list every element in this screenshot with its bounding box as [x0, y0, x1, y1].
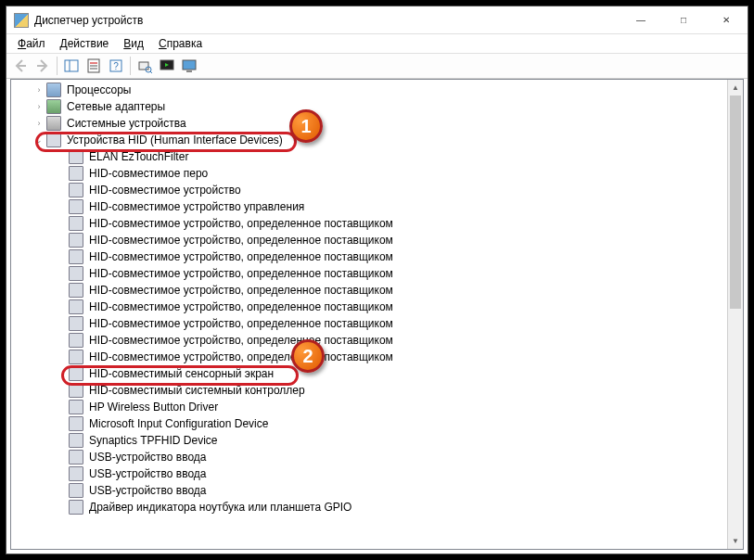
tree-node-hid-item[interactable]: HP Wireless Button Driver — [11, 399, 743, 415]
expand-icon[interactable]: › — [33, 84, 45, 95]
processor-icon — [46, 83, 61, 97]
tree-node-hid-category[interactable]: ⌄ Устройства HID (Human Interface Device… — [11, 132, 743, 148]
hid-device-icon — [69, 416, 83, 431]
menubar: Файл Действие Вид Справка — [6, 34, 748, 53]
tree-node-hid-item[interactable]: HID-совместимое устройство, определенное… — [11, 299, 743, 315]
scan-icon — [137, 58, 152, 73]
hid-device-icon — [69, 383, 83, 398]
tree-node-hid-item[interactable]: HID-совместимое устройство, определенное… — [11, 232, 743, 248]
tree-node-hid-item[interactable]: USB-устройство ввода — [11, 482, 743, 499]
tree-node-hid-item[interactable]: HID-совместимый системный контроллер — [11, 382, 743, 399]
network-icon — [46, 99, 61, 114]
scroll-up-button[interactable]: ▲ — [728, 80, 743, 95]
hid-device-icon — [69, 450, 83, 465]
expand-icon[interactable]: › — [33, 118, 45, 129]
show-hide-console-button[interactable] — [61, 56, 82, 76]
svg-rect-14 — [186, 70, 192, 72]
hid-icon — [46, 133, 61, 147]
monitor-play-icon — [160, 58, 174, 73]
window-title: Диспетчер устройств — [34, 14, 620, 27]
scroll-thumb[interactable] — [728, 95, 743, 533]
hid-device-icon — [69, 350, 83, 364]
svg-rect-13 — [183, 60, 196, 70]
monitor-icon — [182, 58, 197, 73]
close-button[interactable]: ✕ — [705, 6, 748, 34]
arrow-right-icon — [35, 58, 50, 73]
hid-device-icon — [69, 400, 83, 414]
minimize-button[interactable]: ― — [620, 6, 662, 34]
tree-node-hid-item[interactable]: HID-совместимое устройство, определенное… — [11, 215, 743, 232]
hid-device-icon — [69, 183, 83, 197]
toolbar-separator — [130, 57, 131, 75]
vertical-scrollbar[interactable]: ▲ ▼ — [727, 80, 743, 549]
hid-device-icon — [69, 316, 83, 331]
hid-device-icon — [69, 149, 83, 164]
tree-node-hid-item[interactable]: HID-совместимое устройство, определенное… — [11, 349, 743, 365]
tree-node-hid-item[interactable]: HID-совместимое устройство, определенное… — [11, 332, 743, 349]
hid-device-icon — [69, 249, 83, 264]
scan-hardware-button[interactable] — [134, 56, 155, 76]
menu-action[interactable]: Действие — [53, 35, 117, 52]
tree-node-hid-item[interactable]: HID-совместимое устройство управления — [11, 198, 743, 215]
properties-button[interactable] — [83, 56, 104, 76]
hid-device-icon — [69, 333, 83, 348]
hid-device-icon — [69, 216, 83, 231]
add-hardware-button[interactable] — [157, 56, 177, 76]
tree-node-hid-item[interactable]: HID-совместимое устройство — [11, 182, 743, 198]
tree-node-system[interactable]: › Системные устройства — [11, 115, 743, 132]
device-tree[interactable]: › Процессоры › Сетевые адаптеры › Систем… — [11, 80, 743, 517]
tree-node-hid-item[interactable]: ELAN EzTouchFilter — [11, 148, 743, 165]
svg-text:?: ? — [113, 61, 119, 71]
hid-device-icon — [69, 466, 83, 481]
hid-device-icon — [69, 199, 83, 214]
properties-icon — [86, 58, 101, 73]
back-button — [10, 56, 31, 76]
hid-device-icon — [69, 366, 83, 381]
hid-device-icon — [69, 483, 83, 498]
console-tree-icon — [64, 58, 79, 73]
hid-device-icon — [69, 266, 83, 281]
tree-node-hid-item[interactable]: Microsoft Input Configuration Device — [11, 415, 743, 432]
help-icon: ? — [109, 58, 123, 73]
hid-device-icon — [69, 433, 83, 448]
svg-line-10 — [150, 71, 152, 73]
toolbar-separator — [57, 57, 58, 75]
expand-icon[interactable]: › — [33, 101, 45, 112]
tree-node-hid-item[interactable]: HID-совместимое устройство, определенное… — [11, 282, 743, 299]
tree-node-hid-item[interactable]: HID-совместимое устройство, определенное… — [11, 265, 743, 282]
app-icon — [14, 13, 29, 28]
help-button[interactable]: ? — [106, 56, 126, 76]
tree-node-hid-item[interactable]: Драйвер индикатора ноутбука или планшета… — [11, 499, 743, 515]
menu-help[interactable]: Справка — [151, 35, 210, 52]
tree-node-hid-item[interactable]: HID-совместимое устройство, определенное… — [11, 315, 743, 332]
hid-device-icon — [69, 299, 83, 314]
hid-device-icon — [69, 233, 83, 248]
system-icon — [46, 116, 61, 131]
window-frame: Диспетчер устройств ― □ ✕ Файл Действие … — [6, 6, 748, 554]
collapse-icon[interactable]: ⌄ — [33, 134, 45, 146]
menu-view[interactable]: Вид — [116, 35, 151, 52]
tree-node-hid-item[interactable]: HID-совместимое устройство, определенное… — [11, 248, 743, 265]
hid-device-icon — [69, 166, 83, 181]
tree-node-hid-item[interactable]: USB-устройство ввода — [11, 465, 743, 482]
svg-rect-8 — [139, 62, 148, 70]
tree-node-hid-item[interactable]: HID-совместимое перо — [11, 165, 743, 182]
scroll-down-button[interactable]: ▼ — [728, 533, 743, 549]
tree-node-processors[interactable]: › Процессоры — [11, 82, 743, 98]
tree-node-hid-item[interactable]: USB-устройство ввода — [11, 449, 743, 465]
hid-device-icon — [69, 283, 83, 298]
svg-rect-0 — [65, 60, 78, 71]
menu-file[interactable]: Файл — [10, 35, 53, 52]
forward-button — [32, 56, 53, 76]
arrow-left-icon — [13, 58, 28, 73]
device-button[interactable] — [179, 56, 199, 76]
maximize-button[interactable]: □ — [662, 6, 705, 34]
titlebar: Диспетчер устройств ― □ ✕ — [6, 6, 748, 34]
tree-node-hid-item[interactable]: Synaptics TPFHID Device — [11, 432, 743, 449]
device-tree-pane: › Процессоры › Сетевые адаптеры › Систем… — [10, 79, 744, 550]
toolbar: ? — [6, 53, 748, 79]
hid-device-icon — [69, 500, 83, 515]
tree-node-network[interactable]: › Сетевые адаптеры — [11, 98, 743, 115]
tree-node-hid-item[interactable]: HID-совместимый сенсорный экран — [11, 365, 743, 382]
